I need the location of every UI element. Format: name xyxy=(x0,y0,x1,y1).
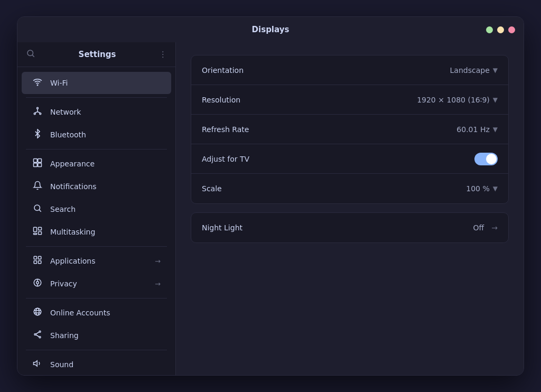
sidebar-item-appearance[interactable]: Appearance xyxy=(22,153,171,175)
adjust-tv-toggle-container[interactable] xyxy=(474,153,498,165)
content-area: Settings ⋮ Wi-Fi xyxy=(17,42,524,375)
sidebar-item-applications[interactable]: Applications → xyxy=(22,250,171,272)
bluetooth-icon xyxy=(32,129,43,141)
sidebar-item-network[interactable]: Network xyxy=(22,101,171,123)
sidebar-item-notifications-label: Notifications xyxy=(50,182,97,191)
svg-rect-20 xyxy=(39,256,41,259)
sidebar-item-sharing[interactable]: Sharing xyxy=(22,324,171,347)
sidebar-item-appearance-label: Appearance xyxy=(50,160,95,168)
svg-point-4 xyxy=(34,113,35,115)
adjust-tv-toggle-knob xyxy=(486,154,497,164)
scale-value[interactable]: 100 % ▼ xyxy=(466,184,498,193)
menu-icon[interactable]: ⋮ xyxy=(159,50,167,59)
sidebar-item-online-accounts[interactable]: Online Accounts xyxy=(22,302,171,324)
window-controls xyxy=(486,26,515,33)
night-light-text: Off xyxy=(473,223,484,232)
svg-point-2 xyxy=(37,85,38,86)
multitasking-icon xyxy=(32,226,43,238)
sidebar-item-multitasking-label: Multitasking xyxy=(50,228,95,236)
applications-arrow: → xyxy=(155,257,161,265)
adjust-tv-toggle[interactable] xyxy=(474,153,498,165)
sidebar-item-bluetooth[interactable]: Bluetooth xyxy=(22,124,171,146)
svg-point-24 xyxy=(36,282,39,284)
main-panel: Orientation Landscape ▼ Resolution 1920 … xyxy=(176,42,524,375)
titlebar: Displays xyxy=(17,17,524,42)
scale-text: 100 % xyxy=(466,184,489,193)
sidebar-item-notifications[interactable]: Notifications xyxy=(22,175,171,198)
scale-dropdown-arrow: ▼ xyxy=(493,185,498,192)
sidebar-item-wifi[interactable]: Wi-Fi xyxy=(22,72,171,94)
svg-line-14 xyxy=(39,210,41,211)
sidebar-header: Settings ⋮ xyxy=(17,42,175,67)
divider-2 xyxy=(26,149,167,150)
refresh-rate-label: Refresh Rate xyxy=(202,125,456,134)
orientation-value[interactable]: Landscape ▼ xyxy=(450,66,498,74)
divider-1 xyxy=(26,97,167,98)
svg-line-1 xyxy=(32,55,34,57)
scale-row: Scale 100 % ▼ xyxy=(191,174,508,203)
svg-point-0 xyxy=(27,50,33,56)
appearance-icon xyxy=(32,158,43,170)
svg-point-27 xyxy=(34,308,41,315)
sidebar-navigation: Wi-Fi Network xyxy=(17,67,175,375)
svg-rect-19 xyxy=(34,256,36,259)
notifications-icon xyxy=(32,181,43,192)
night-light-arrow: → xyxy=(491,223,498,232)
network-icon xyxy=(32,106,43,118)
svg-rect-22 xyxy=(39,261,41,264)
svg-line-35 xyxy=(36,335,39,337)
svg-rect-10 xyxy=(38,159,42,163)
online-accounts-icon xyxy=(32,307,43,319)
divider-5 xyxy=(26,350,167,350)
svg-rect-12 xyxy=(38,163,42,167)
sharing-icon xyxy=(32,330,43,341)
sidebar-item-privacy[interactable]: Privacy → xyxy=(22,273,171,295)
resolution-value[interactable]: 1920 × 1080 (16∶9) ▼ xyxy=(417,96,498,104)
night-light-row[interactable]: Night Light Off → xyxy=(191,213,508,242)
sidebar-item-sound[interactable]: Sound xyxy=(22,353,171,375)
svg-rect-17 xyxy=(39,232,42,235)
sidebar-item-bluetooth-label: Bluetooth xyxy=(50,130,86,139)
sidebar-title: Settings xyxy=(41,50,154,59)
svg-point-33 xyxy=(39,337,41,338)
svg-point-28 xyxy=(36,308,39,315)
svg-rect-15 xyxy=(34,227,37,231)
display-settings-card: Orientation Landscape ▼ Resolution 1920 … xyxy=(191,55,509,204)
svg-point-5 xyxy=(40,113,41,115)
minimize-button[interactable] xyxy=(497,26,504,33)
sidebar-item-applications-label: Applications xyxy=(50,257,96,265)
divider-4 xyxy=(26,298,167,298)
resolution-row: Resolution 1920 × 1080 (16∶9) ▼ xyxy=(191,85,508,115)
orientation-text: Landscape xyxy=(450,66,490,74)
sidebar-item-network-label: Network xyxy=(50,108,81,116)
close-button[interactable] xyxy=(508,26,515,33)
adjust-tv-row: Adjust for TV xyxy=(191,144,508,174)
wifi-icon xyxy=(32,77,43,89)
sidebar-item-multitasking[interactable]: Multitasking xyxy=(22,221,171,243)
svg-point-3 xyxy=(37,107,39,109)
sidebar-item-search-label: Search xyxy=(50,205,76,213)
refresh-rate-value[interactable]: 60.01 Hz ▼ xyxy=(456,125,498,134)
search-nav-icon xyxy=(32,203,43,215)
window-title: Displays xyxy=(252,25,290,34)
svg-rect-16 xyxy=(39,227,42,230)
svg-point-31 xyxy=(39,331,41,332)
svg-rect-11 xyxy=(34,163,38,167)
maximize-button[interactable] xyxy=(486,26,493,33)
adjust-tv-label: Adjust for TV xyxy=(202,155,474,163)
sidebar-item-search[interactable]: Search xyxy=(22,198,171,220)
svg-rect-21 xyxy=(34,261,36,264)
scale-label: Scale xyxy=(202,184,466,193)
sound-icon xyxy=(32,359,43,370)
search-icon xyxy=(26,49,35,60)
privacy-icon xyxy=(32,278,43,290)
sidebar-item-wifi-label: Wi-Fi xyxy=(50,79,68,87)
sidebar-item-privacy-label: Privacy xyxy=(50,279,77,288)
resolution-dropdown-arrow: ▼ xyxy=(493,96,498,104)
svg-marker-36 xyxy=(34,361,38,367)
sidebar-item-sound-label: Sound xyxy=(50,360,73,369)
night-light-card: Night Light Off → xyxy=(191,212,509,243)
svg-point-32 xyxy=(34,334,36,335)
sidebar-item-online-accounts-label: Online Accounts xyxy=(50,309,110,317)
applications-icon xyxy=(32,255,43,267)
